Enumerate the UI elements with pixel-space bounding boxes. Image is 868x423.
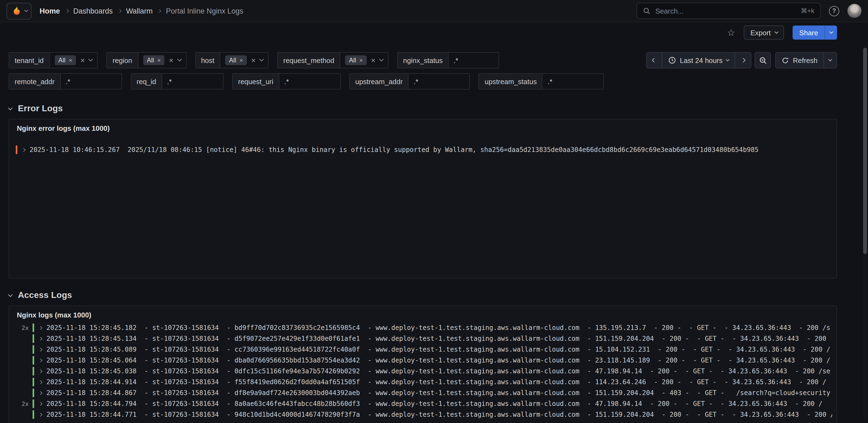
zoom-out-button[interactable] bbox=[755, 52, 771, 68]
filter-value-dropdown[interactable]: All bbox=[50, 53, 97, 68]
log-text: 2025-11-18 15:28:44.867 - st-107263-1581… bbox=[46, 389, 830, 397]
time-range-forward-button[interactable] bbox=[735, 52, 752, 68]
error-log-list: 2025-11-18 10:46:15.267 2025/11/18 08:46… bbox=[9, 144, 837, 155]
log-row[interactable]: 2025-11-18 15:28:44.771 - st-107263-1581… bbox=[9, 409, 837, 420]
filter-req-id-input[interactable] bbox=[162, 74, 223, 89]
remove-value-icon[interactable] bbox=[157, 57, 161, 63]
section-title: Access Logs bbox=[18, 290, 72, 300]
chevron-down-icon[interactable] bbox=[178, 59, 181, 62]
expand-log-icon bbox=[38, 381, 42, 384]
log-row[interactable]: 2025-11-18 15:28:44.914 - st-107263-1581… bbox=[9, 376, 837, 388]
user-avatar[interactable] bbox=[847, 4, 862, 18]
log-row[interactable]: 2025-11-18 15:28:45.089 - st-107263-1581… bbox=[9, 344, 837, 355]
chip-label: All bbox=[229, 56, 236, 64]
refresh-interval-caret-button[interactable] bbox=[824, 52, 837, 68]
filter-value-dropdown[interactable]: All bbox=[138, 53, 186, 68]
refresh-button[interactable]: Refresh bbox=[775, 52, 824, 68]
time-controls: Last 24 hours R bbox=[646, 52, 837, 68]
log-row[interactable]: 2025-11-18 15:28:44.867 - st-107263-1581… bbox=[9, 388, 837, 398]
filter-upstream-status-input[interactable] bbox=[543, 74, 603, 89]
chevron-right-icon bbox=[158, 9, 161, 13]
clear-filter-icon[interactable] bbox=[251, 56, 255, 64]
refresh-label: Refresh bbox=[793, 56, 817, 64]
breadcrumb-item-dashboards[interactable]: Dashboards bbox=[73, 7, 113, 15]
section-access-logs-header[interactable]: Access Logs bbox=[9, 289, 868, 301]
log-level-bar bbox=[33, 356, 34, 365]
selected-value-chip[interactable]: All bbox=[55, 55, 76, 65]
time-range-back-button[interactable] bbox=[646, 52, 662, 68]
remove-value-icon[interactable] bbox=[240, 57, 243, 63]
log-text: 2025-11-18 15:28:45.089 - st-107263-1581… bbox=[46, 346, 830, 353]
share-options-caret-button[interactable] bbox=[825, 26, 837, 40]
chevron-down-icon[interactable] bbox=[260, 59, 263, 62]
filter-nginx-status-input[interactable] bbox=[448, 53, 499, 68]
log-text: 2025-11-18 15:28:45.038 - st-107263-1581… bbox=[46, 367, 830, 375]
expand-log-icon bbox=[38, 413, 42, 417]
clear-filter-icon[interactable] bbox=[371, 56, 375, 64]
page-scrollbar bbox=[863, 46, 867, 420]
log-level-bar bbox=[33, 367, 34, 375]
access-log-list: 2x 2025-11-18 15:28:45.182 - st-107263-1… bbox=[9, 322, 837, 420]
panel-title[interactable]: Nginx error logs (max 1000) bbox=[9, 119, 837, 132]
chevron-down-icon[interactable] bbox=[380, 59, 383, 62]
error-logs-panel: Nginx error logs (max 1000) 2025-11-18 1… bbox=[9, 119, 837, 278]
remove-value-icon[interactable] bbox=[69, 57, 72, 63]
log-row[interactable]: 2025-11-18 15:28:45.038 - st-107263-1581… bbox=[9, 366, 837, 376]
chevron-right-icon bbox=[118, 9, 121, 13]
log-row[interactable]: 2025-11-18 15:28:45.134 - st-107263-1581… bbox=[9, 333, 837, 344]
grafana-logo-button[interactable] bbox=[6, 2, 31, 19]
chip-label: All bbox=[147, 56, 154, 64]
filter-remote-addr-input[interactable] bbox=[61, 74, 121, 89]
selected-value-chip[interactable]: All bbox=[225, 55, 247, 65]
expand-log-icon bbox=[38, 402, 42, 405]
grafana-dashboard-page: Home Dashboards Wallarm Portal Inline Ng… bbox=[0, 0, 868, 423]
export-button[interactable]: Export bbox=[744, 26, 784, 40]
filter-label: upstream_addr bbox=[350, 74, 409, 89]
log-row[interactable]: 2x 2025-11-18 15:28:45.182 - st-107263-1… bbox=[9, 322, 837, 333]
scrollbar-thumb[interactable] bbox=[863, 48, 867, 254]
chevron-down-icon[interactable] bbox=[89, 59, 93, 62]
search-input[interactable]: Search... ⌘+k bbox=[637, 3, 821, 19]
log-level-bar bbox=[33, 410, 34, 419]
breadcrumb-item-home[interactable]: Home bbox=[40, 7, 60, 15]
filter-value-dropdown[interactable]: All bbox=[340, 53, 388, 68]
chevron-down-icon bbox=[829, 58, 832, 61]
filter-request-uri-input[interactable] bbox=[279, 74, 340, 89]
star-icon[interactable] bbox=[727, 28, 735, 37]
chevron-down-icon bbox=[775, 30, 778, 33]
remove-value-icon[interactable] bbox=[360, 57, 363, 63]
help-icon[interactable] bbox=[829, 6, 839, 16]
filter-value-dropdown[interactable]: All bbox=[220, 53, 268, 68]
time-range-picker-button[interactable]: Last 24 hours bbox=[662, 52, 735, 68]
log-row[interactable]: 2x 2025-11-18 15:28:44.794 - st-107263-1… bbox=[9, 398, 837, 409]
refresh-icon bbox=[782, 57, 789, 64]
section-title: Error Logs bbox=[18, 104, 63, 113]
grafana-logo-icon bbox=[11, 5, 22, 17]
breadcrumb: Home Dashboards Wallarm Portal Inline Ng… bbox=[40, 7, 243, 15]
log-row[interactable]: 2025-11-18 15:28:45.064 - st-107263-1581… bbox=[9, 355, 837, 366]
filter-upstream-addr-input[interactable] bbox=[409, 74, 469, 89]
time-range-label: Last 24 hours bbox=[680, 56, 723, 64]
selected-value-chip[interactable]: All bbox=[143, 55, 165, 65]
selected-value-chip[interactable]: All bbox=[345, 55, 367, 65]
chevron-down-icon bbox=[8, 293, 13, 297]
breadcrumb-item-wallarm[interactable]: Wallarm bbox=[126, 7, 153, 15]
filter-label: nginx_status bbox=[398, 53, 448, 68]
filter-tenant-id: tenant_id All bbox=[9, 52, 98, 68]
clear-filter-icon[interactable] bbox=[81, 56, 85, 64]
expand-log-icon bbox=[38, 359, 42, 362]
log-row[interactable]: 2025-11-18 10:46:15.267 2025/11/18 08:46… bbox=[9, 144, 837, 155]
top-nav: Home Dashboards Wallarm Portal Inline Ng… bbox=[0, 0, 868, 22]
panel-title[interactable]: Nginx logs (max 1000) bbox=[9, 306, 837, 319]
log-text: 2025-11-18 15:28:45.064 - st-107263-1581… bbox=[46, 357, 830, 364]
filter-request-method: request_method All bbox=[277, 52, 389, 68]
section-error-logs-header[interactable]: Error Logs bbox=[9, 102, 868, 115]
search-icon bbox=[643, 7, 650, 14]
log-duplicate-count: 2x bbox=[16, 324, 29, 331]
share-button[interactable]: Share bbox=[793, 26, 825, 40]
chevron-down-icon bbox=[24, 8, 28, 12]
filter-upstream-status: upstream_status bbox=[479, 73, 604, 90]
expand-log-icon bbox=[38, 337, 42, 340]
clear-filter-icon[interactable] bbox=[169, 56, 173, 64]
log-level-bar bbox=[33, 399, 34, 408]
